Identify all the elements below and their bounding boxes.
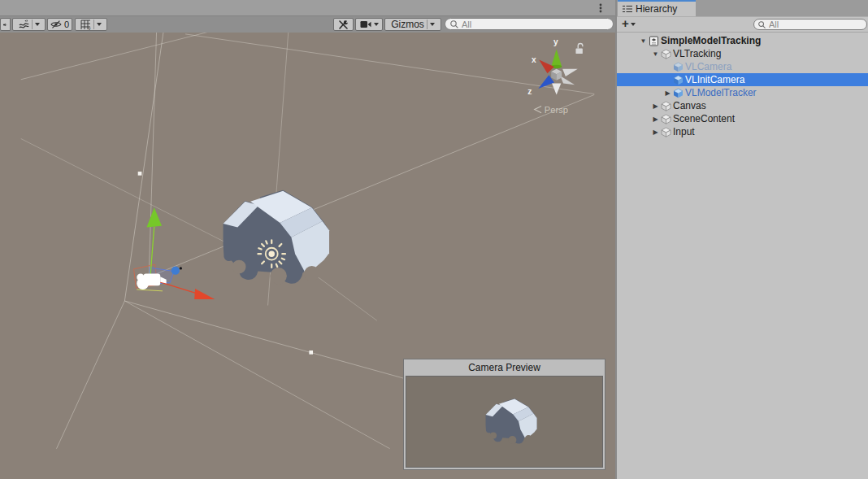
scene-tab-strip <box>0 0 615 16</box>
separator <box>93 20 94 29</box>
persp-label[interactable]: Persp <box>535 105 568 115</box>
prefab-cube-icon <box>673 88 684 98</box>
hierarchy-item-canvas[interactable]: ▶Canvas <box>617 99 868 112</box>
hierarchy-item-simplemodeltracking[interactable]: ▼SimpleModelTracking <box>617 34 868 47</box>
scene-menu-kebab-icon[interactable] <box>596 2 605 14</box>
gameobject-cube-icon <box>661 114 671 124</box>
chevron-down-icon <box>35 23 40 26</box>
camera-preview-title: Camera Preview <box>404 359 605 376</box>
camera-preview-render <box>406 377 603 468</box>
gameobject-cube-icon <box>661 49 671 59</box>
prefab-cube-icon <box>673 75 684 85</box>
hierarchy-item-label: VLInitCamera <box>685 74 744 85</box>
scene-asset-icon <box>649 36 659 46</box>
separator <box>32 20 33 29</box>
hierarchy-item-input[interactable]: ▶Input <box>617 125 868 138</box>
expand-arrow-icon[interactable]: ▶ <box>650 115 661 123</box>
unity-editor-window: 0 y <box>0 0 868 479</box>
gameobject-cube-icon <box>661 101 671 111</box>
z-axis-handle[interactable] <box>171 267 180 275</box>
hierarchy-item-vlmodeltracker[interactable]: ▶VLModelTracker <box>617 86 868 99</box>
eye-off-icon <box>50 20 62 29</box>
expand-arrow-icon[interactable]: ▼ <box>650 50 661 58</box>
chevron-down-icon <box>631 23 636 26</box>
gizmos-label: Gizmos <box>391 19 424 30</box>
scene-toolbar: 0 y <box>0 16 615 33</box>
lock-icon[interactable] <box>575 44 582 54</box>
speaker-icon <box>3 20 7 29</box>
expand-arrow-icon[interactable]: ▶ <box>662 89 673 97</box>
prefab-cube-icon <box>673 62 684 72</box>
hierarchy-item-scenecontent[interactable]: ▶SceneContent <box>617 112 868 125</box>
axis-x-label: x <box>532 55 536 64</box>
hierarchy-panel: Hierarchy + ▼SimpleModelTracking▼VLTrack… <box>615 0 868 479</box>
car-model[interactable] <box>224 190 329 285</box>
effects-dropdown-button[interactable] <box>12 18 46 31</box>
axis-y-label: y <box>553 37 558 46</box>
hidden-objects-button[interactable]: 0 <box>47 18 72 31</box>
svg-text:Persp: Persp <box>545 105 568 115</box>
y-axis-arrow[interactable] <box>146 207 162 227</box>
svg-text:y: y <box>89 25 91 30</box>
separator <box>427 20 427 29</box>
frustum-handle[interactable] <box>138 172 142 176</box>
effects-icon <box>19 20 29 29</box>
hierarchy-tab-strip: Hierarchy <box>617 0 868 17</box>
frustum-handle[interactable] <box>309 351 313 355</box>
expand-arrow-icon[interactable]: ▼ <box>638 37 649 45</box>
chevron-down-icon <box>97 23 102 26</box>
hierarchy-item-label: VLCamera <box>685 61 731 72</box>
hierarchy-item-vlinitcamera[interactable]: VLInitCamera <box>617 73 868 86</box>
tools-icon <box>338 20 349 30</box>
gizmo-y-cone[interactable] <box>551 50 562 67</box>
hierarchy-search-input[interactable] <box>753 19 867 30</box>
expand-arrow-icon[interactable]: ▶ <box>650 128 661 136</box>
hierarchy-item-label: VLModelTracker <box>685 87 757 98</box>
camera-gizmo[interactable] <box>134 207 215 299</box>
hierarchy-toolbar: + <box>617 17 868 33</box>
gizmo-neg-z-cone[interactable] <box>560 76 575 85</box>
add-object-button[interactable]: + <box>622 17 636 30</box>
audio-toggle-button[interactable] <box>0 18 11 31</box>
chevron-down-icon <box>430 23 435 26</box>
scene-view-panel: 0 y <box>0 0 615 479</box>
axis-z-label: z <box>527 87 532 96</box>
hierarchy-item-label: Canvas <box>673 100 706 111</box>
x-axis-arrow[interactable] <box>194 289 215 299</box>
hierarchy-tab-label: Hierarchy <box>636 3 677 15</box>
grid-icon: y <box>80 20 91 30</box>
hierarchy-item-vltracking[interactable]: ▼VLTracking <box>617 47 868 60</box>
scene-tools-button[interactable] <box>333 18 354 31</box>
plus-icon: + <box>622 17 629 30</box>
hierarchy-item-label: SimpleModelTracking <box>661 35 761 46</box>
list-icon <box>623 5 632 13</box>
hierarchy-item-label: Input <box>673 126 695 137</box>
gameobject-cube-icon <box>661 127 671 137</box>
expand-arrow-icon[interactable]: ▶ <box>650 102 661 110</box>
hierarchy-item-vlcamera[interactable]: VLCamera <box>617 60 868 73</box>
scene-search-input[interactable] <box>445 18 614 30</box>
video-camera-icon <box>360 20 371 28</box>
camera-preview-viewport <box>406 376 603 468</box>
tab-hierarchy[interactable]: Hierarchy <box>618 0 696 16</box>
camera-preview-panel: Camera Preview <box>403 359 605 470</box>
scene-camera-settings-button[interactable] <box>355 18 383 31</box>
hierarchy-item-label: SceneContent <box>673 113 735 124</box>
grid-visibility-button[interactable]: y <box>75 18 107 31</box>
hidden-count: 0 <box>64 20 69 29</box>
gizmo-neg-x-cone[interactable] <box>562 69 578 76</box>
chevron-down-icon <box>374 23 379 26</box>
hierarchy-item-label: VLTracking <box>673 48 721 59</box>
hierarchy-tree: ▼SimpleModelTracking▼VLTrackingVLCameraV… <box>617 33 868 138</box>
gizmos-dropdown-button[interactable]: Gizmos <box>384 18 441 31</box>
x-axis-handle[interactable] <box>155 281 199 294</box>
